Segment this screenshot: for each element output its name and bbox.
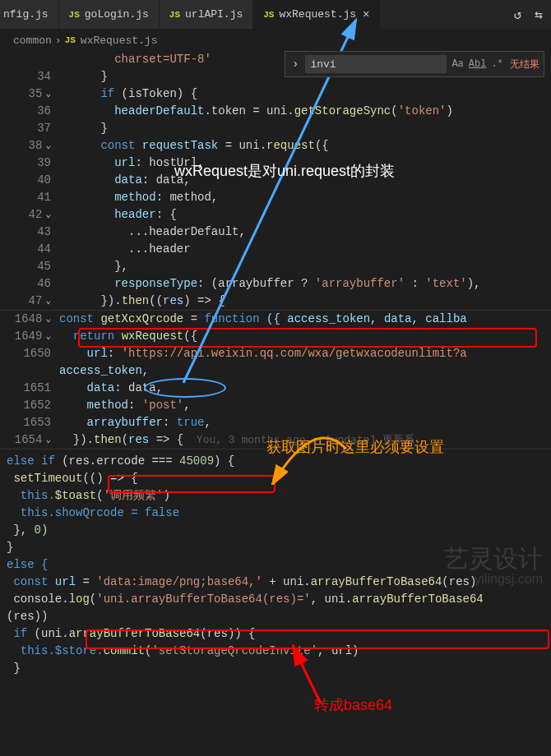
code-text: }). bbox=[59, 294, 122, 307]
code-text: method bbox=[59, 399, 128, 412]
code-text: : method, bbox=[156, 191, 219, 204]
line-number: 34 bbox=[37, 68, 51, 85]
code-text: arrayBufferToBase64 bbox=[311, 575, 442, 588]
line-number: 38 bbox=[29, 137, 43, 154]
line-number: 42 bbox=[29, 206, 43, 224]
code-text: 'https://api.weixin.qq.com/wxa/getwxacod… bbox=[122, 347, 467, 360]
code-text: ) => { bbox=[183, 294, 225, 307]
code-text: (res)) bbox=[0, 608, 48, 625]
code-text: ({ bbox=[315, 139, 329, 152]
code-text: }, bbox=[7, 523, 35, 537]
code-text: 'data:image/png;base64,' bbox=[96, 575, 262, 588]
code-text: ) bbox=[163, 489, 169, 502]
code-text: commit bbox=[104, 644, 145, 657]
chevron-right-icon[interactable]: › bbox=[292, 58, 299, 71]
code-text: charset=UTF-8' bbox=[59, 53, 211, 66]
match-case-toggle[interactable]: Aa bbox=[451, 58, 463, 70]
code-text: } bbox=[56, 120, 108, 137]
code-text: ( bbox=[122, 433, 128, 446]
line-number: 35 bbox=[29, 85, 43, 103]
fold-icon[interactable]: ⌄ bbox=[45, 293, 51, 310]
fold-icon[interactable]: ⌄ bbox=[45, 206, 51, 224]
js-icon: JS bbox=[65, 35, 76, 45]
code-text: 'arraybuffer' bbox=[315, 277, 405, 290]
history-icon[interactable]: ↺ bbox=[514, 7, 522, 23]
editor-region-2[interactable]: 1648⌄const getXcxQrcode = function ({ ac… bbox=[0, 311, 551, 449]
code-text: ...header bbox=[56, 241, 191, 258]
code-text: }). bbox=[59, 433, 94, 446]
tab-actions: ↺ ⇆ bbox=[506, 7, 551, 23]
code-text: access_token, bbox=[59, 364, 149, 377]
code-text: arrayBufferToBase64 bbox=[69, 627, 201, 640]
fold-icon[interactable]: ⌄ bbox=[45, 431, 51, 449]
code-text: (uni. bbox=[27, 627, 68, 640]
regex-toggle[interactable]: .* bbox=[491, 58, 502, 70]
line-number: 47 bbox=[29, 293, 43, 310]
line-number: 36 bbox=[37, 103, 51, 120]
line-number: 41 bbox=[37, 189, 51, 206]
code-text: ...headerDefault, bbox=[56, 224, 246, 241]
tab-bar: nfig.js JS goLogin.js JS urlAPI.js JS wx… bbox=[0, 0, 551, 30]
code-text: getStorageSync bbox=[294, 104, 391, 118]
tab-nfig[interactable]: nfig.js bbox=[0, 0, 59, 29]
js-icon: JS bbox=[169, 10, 180, 20]
tab-wxrequest[interactable]: JS wxRequest.js × bbox=[253, 0, 380, 29]
code-text: true bbox=[177, 416, 205, 429]
code-text: const bbox=[59, 312, 94, 325]
code-text: (res)) { bbox=[200, 627, 255, 640]
tab-label: nfig.js bbox=[3, 8, 49, 21]
code-text: ({ bbox=[183, 330, 197, 343]
code-text: => { bbox=[149, 433, 183, 446]
match-word-toggle[interactable]: Abl bbox=[469, 58, 487, 70]
code-text: } bbox=[0, 539, 13, 556]
code-text: (res.errcode === bbox=[55, 454, 179, 468]
code-text: ) bbox=[447, 104, 453, 118]
fold-icon[interactable]: ⌄ bbox=[45, 85, 51, 103]
breadcrumb[interactable]: common › JS wxRequest.js bbox=[0, 30, 551, 51]
code-text: 'setStorageQrcodeInvite' bbox=[151, 644, 317, 657]
line-number: 46 bbox=[37, 275, 51, 293]
code-text: , bbox=[183, 399, 190, 412]
code-text: data bbox=[59, 381, 114, 394]
editor-region-3[interactable]: else if (res.errcode === 45009) { setTim… bbox=[0, 453, 551, 677]
code-text: this.$store. bbox=[7, 644, 104, 657]
code-text: setTimeout bbox=[7, 472, 82, 485]
code-text: url bbox=[59, 347, 108, 360]
code-text: : bbox=[128, 399, 142, 412]
code-text: ) { bbox=[214, 454, 234, 468]
code-text: data bbox=[59, 173, 142, 187]
code-text: .token = uni. bbox=[204, 104, 294, 118]
code-text: : data, bbox=[114, 381, 163, 394]
code-text: console. bbox=[7, 592, 69, 606]
code-text: = uni. bbox=[218, 139, 266, 152]
search-input[interactable] bbox=[305, 55, 447, 73]
code-text: if bbox=[7, 627, 27, 640]
code-text: wxRequest bbox=[122, 330, 184, 343]
code-text: this. bbox=[7, 489, 55, 502]
line-number: 1653 bbox=[23, 414, 51, 431]
line-number: 1652 bbox=[23, 397, 51, 414]
fold-icon[interactable]: ⌄ bbox=[45, 311, 51, 328]
line-number: 43 bbox=[37, 224, 51, 241]
tab-gologin[interactable]: JS goLogin.js bbox=[59, 0, 160, 29]
line-number: 1651 bbox=[23, 380, 51, 397]
code-text: else if bbox=[7, 454, 55, 468]
editor-region-1[interactable]: charset=UTF-8' 34 } 35⌄ if (isToken) { 3… bbox=[0, 51, 551, 310]
code-text: ({ access_token, data, callba bbox=[260, 312, 467, 325]
code-text: this.showQrcode = bbox=[7, 506, 145, 519]
close-icon[interactable]: × bbox=[363, 8, 369, 21]
code-text: getXcxQrcode bbox=[94, 312, 183, 325]
code-text: arraybuffer bbox=[59, 416, 163, 429]
fold-icon[interactable]: ⌄ bbox=[45, 328, 51, 345]
line-number: 1648 bbox=[15, 311, 43, 328]
code-text: url bbox=[59, 156, 135, 169]
annotation-text: 转成base64 bbox=[314, 695, 392, 715]
compare-icon[interactable]: ⇆ bbox=[535, 7, 543, 23]
code-text: 45009 bbox=[179, 454, 214, 468]
tab-urlapi[interactable]: JS urlAPI.js bbox=[160, 0, 253, 29]
code-text: res bbox=[163, 294, 183, 307]
code-text: : { bbox=[156, 208, 177, 221]
fold-icon[interactable]: ⌄ bbox=[45, 137, 51, 154]
breadcrumb-seg: common bbox=[13, 35, 52, 47]
code-text: (isToken) { bbox=[114, 87, 197, 100]
